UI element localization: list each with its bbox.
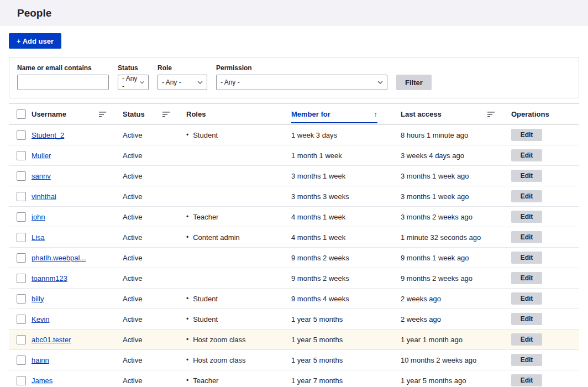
bullet-icon: •	[186, 233, 188, 241]
row-checkbox[interactable]	[17, 151, 26, 160]
member-for-text: 4 months 1 week	[291, 233, 345, 242]
role-item: • Content admin	[186, 233, 240, 242]
bullet-icon: •	[186, 213, 188, 221]
username-link[interactable]: Student_2	[32, 131, 64, 139]
row-checkbox[interactable]	[17, 335, 26, 344]
username-link[interactable]: James	[32, 376, 53, 385]
username-link[interactable]: sannv	[32, 172, 51, 180]
status-text: Active	[123, 274, 142, 283]
name-filter-field: Name or email contains	[17, 64, 109, 90]
status-filter-select[interactable]: - Any -	[118, 75, 149, 90]
select-all-checkbox[interactable]	[17, 109, 26, 119]
table-row: abc01.tester Active • Host zoom class 1 …	[9, 330, 579, 350]
last-access-text: 2 weeks ago	[401, 295, 441, 303]
column-header-status[interactable]: Status	[123, 104, 186, 125]
column-header-label: Username	[32, 110, 66, 118]
edit-button[interactable]: Edit	[511, 190, 542, 202]
row-checkbox[interactable]	[17, 294, 26, 304]
bullet-icon: •	[186, 295, 188, 302]
edit-button[interactable]: Edit	[511, 354, 542, 366]
role-label: Host zoom class	[193, 336, 245, 344]
status-text: Active	[123, 131, 142, 139]
table-row: toannm123 Active • 9 months 2 weeks 9 mo…	[9, 268, 579, 289]
name-filter-label: Name or email contains	[17, 64, 109, 72]
row-checkbox[interactable]	[17, 192, 26, 201]
username-link[interactable]: john	[32, 213, 45, 221]
table-row: Kevin Active • Student 1 year 5 months 2…	[9, 309, 579, 330]
username-link[interactable]: Lisa	[32, 233, 45, 242]
member-for-text: 4 months 1 week	[291, 213, 345, 221]
edit-button[interactable]: Edit	[511, 149, 542, 161]
permission-filter-value: - Any -	[221, 79, 240, 86]
table-row: Muller Active • 1 month 1 week 3 weeks 4…	[9, 145, 579, 166]
status-text: Active	[123, 254, 142, 262]
username-link[interactable]: Muller	[32, 151, 51, 160]
chevron-down-icon	[140, 81, 144, 84]
row-checkbox[interactable]	[17, 171, 26, 181]
bullet-icon: •	[186, 131, 188, 139]
role-filter-label: Role	[158, 64, 207, 72]
table-row: Lisa Active • Content admin 4 months 1 w…	[9, 227, 579, 248]
edit-button[interactable]: Edit	[511, 252, 542, 264]
role-item: • Student	[186, 131, 218, 139]
permission-filter-select[interactable]: - Any -	[216, 75, 387, 90]
username-link[interactable]: billy	[32, 295, 44, 303]
status-text: Active	[123, 192, 142, 201]
people-table: Username Status Roles	[9, 103, 579, 387]
status-text: Active	[123, 356, 142, 364]
row-checkbox[interactable]	[17, 315, 26, 324]
row-checkbox[interactable]	[17, 355, 26, 365]
status-text: Active	[123, 233, 142, 242]
member-for-text: 1 week 3 days	[291, 131, 337, 139]
column-header-operations: Operations	[511, 104, 579, 125]
status-text: Active	[123, 376, 142, 385]
status-filter-value: - Any -	[122, 75, 138, 90]
page-title: People	[17, 7, 51, 19]
role-label: Student	[193, 131, 218, 139]
edit-button[interactable]: Edit	[511, 333, 542, 346]
username-link[interactable]: Kevin	[32, 315, 50, 323]
table-header-row: Username Status Roles	[9, 104, 579, 125]
chevron-down-icon	[197, 81, 203, 84]
username-link[interactable]: hainn	[32, 356, 49, 364]
column-header-member-for[interactable]: Member for ↑	[291, 104, 401, 125]
username-link[interactable]: abc01.tester	[32, 336, 71, 344]
edit-button[interactable]: Edit	[511, 272, 542, 284]
member-for-text: 9 months 2 weeks	[291, 254, 349, 262]
row-checkbox[interactable]	[17, 376, 26, 385]
username-link[interactable]: toannm123	[32, 274, 67, 283]
name-filter-input[interactable]	[17, 75, 109, 90]
role-item: • Student	[186, 295, 218, 303]
role-item: • Host zoom class	[186, 356, 246, 364]
edit-button[interactable]: Edit	[511, 211, 542, 223]
column-header-username[interactable]: Username	[32, 104, 123, 125]
role-filter-select[interactable]: - Any -	[158, 75, 207, 90]
row-checkbox[interactable]	[17, 130, 26, 140]
last-access-text: 9 months 2 weeks ago	[401, 274, 473, 283]
edit-button[interactable]: Edit	[511, 292, 542, 305]
last-access-text: 1 minute 32 seconds ago	[401, 233, 481, 242]
username-link[interactable]: vinhthai	[32, 192, 56, 201]
column-header-label: Roles	[186, 110, 206, 118]
member-for-text: 1 year 7 months	[291, 376, 343, 385]
status-text: Active	[123, 336, 142, 344]
role-label: Student	[193, 315, 218, 323]
row-checkbox[interactable]	[17, 233, 26, 242]
column-header-last-access[interactable]: Last access	[401, 104, 511, 125]
row-checkbox[interactable]	[17, 274, 26, 283]
last-access-text: 2 weeks ago	[401, 315, 441, 323]
row-checkbox[interactable]	[17, 253, 26, 263]
add-user-button[interactable]: + Add user	[9, 33, 61, 49]
table-row: phatlh.weebpal... Active • 9 months 2 we…	[9, 248, 579, 268]
filter-button[interactable]: Filter	[396, 75, 432, 90]
edit-button[interactable]: Edit	[511, 313, 542, 325]
column-header-label: Status	[123, 110, 145, 118]
sort-icon	[162, 112, 170, 117]
role-item: • Student	[186, 315, 218, 323]
edit-button[interactable]: Edit	[511, 129, 542, 141]
edit-button[interactable]: Edit	[511, 170, 542, 182]
edit-button[interactable]: Edit	[511, 231, 542, 243]
edit-button[interactable]: Edit	[511, 374, 542, 386]
row-checkbox[interactable]	[17, 212, 26, 222]
username-link[interactable]: phatlh.weebpal...	[32, 254, 86, 262]
